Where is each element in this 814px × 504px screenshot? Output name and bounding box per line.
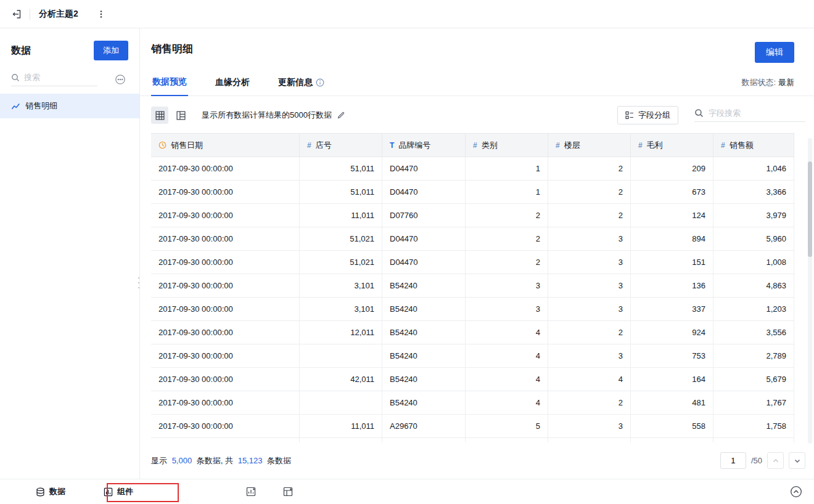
table-cell: 4 [466,391,548,414]
table-cell: 2 [548,181,631,203]
tab-lineage-analysis[interactable]: 血缘分析 [214,77,251,96]
table-cell: 2 [548,321,631,344]
table-cell: 1,758 [713,415,794,437]
search-icon [11,73,20,82]
total-count: 15,123 [238,456,263,465]
collapse-panel-icon[interactable] [788,484,804,500]
table-cell: 673 [631,181,713,203]
edit-pencil-icon[interactable] [337,111,345,120]
table-cell: 2017-09-30 00:00:00 [151,391,300,414]
table-cell: B54240 [382,344,466,367]
table-row: 2017-09-30 00:00:0011,011D07760221243,97… [151,204,794,227]
table-cell: 1,203 [713,298,794,320]
more-menu-icon[interactable] [93,6,109,22]
tab-label: 更新信息 [278,77,313,88]
page-down-button[interactable] [789,452,805,469]
row-limit-text: 显示所有数据计算结果的5000行数据 [202,110,332,121]
column-header-3[interactable]: #类别 [466,134,548,156]
table-cell: D07760 [382,204,466,227]
table-cell: 2017-09-30 00:00:00 [151,181,300,203]
table-cell: B54240 [382,368,466,391]
filter-options-icon[interactable] [112,71,128,87]
summary-middle: 条数据, 共 [197,456,233,465]
table-cell [151,438,300,442]
column-header-0[interactable]: 销售日期 [151,134,300,156]
add-table-icon[interactable] [280,484,296,500]
column-header-4[interactable]: #楼层 [548,134,631,156]
table-cell: 51,011 [300,181,382,203]
table-cell [300,391,382,414]
column-header-6[interactable]: #销售额 [713,134,794,156]
table-cell: 2 [466,204,548,227]
column-header-label: 品牌编号 [398,140,430,151]
table-cell: 3 [548,344,631,367]
table-cell: 5,679 [713,368,794,391]
field-group-icon [625,111,634,120]
table-cell: 924 [631,321,713,344]
edit-button[interactable]: 编辑 [755,42,794,63]
table-cell: 481 [631,391,713,414]
toolbar-right: 字段分组 [617,106,805,124]
page-up-button[interactable] [767,452,784,469]
table-cell: D04470 [382,157,466,180]
table-cell: 2 [466,251,548,274]
bottom-tab-data[interactable]: 数据 [36,486,65,497]
divider [30,9,30,20]
column-header-label: 销售日期 [171,140,203,151]
table-row: 2017-09-30 00:00:0011,011A29670535581,75… [151,415,794,438]
column-header-label: 毛利 [647,140,663,151]
sidebar-search-input[interactable] [24,73,86,82]
sidebar-item-sales-detail[interactable]: 销售明细 [0,94,139,118]
table-cell: 2017-09-30 00:00:00 [151,368,300,391]
scrollbar-thumb[interactable] [808,161,812,257]
field-search-box[interactable] [694,108,805,122]
table-cell: 51,011 [300,157,382,180]
column-header-5[interactable]: #毛利 [631,134,713,156]
tab-update-info[interactable]: 更新信息 [277,77,326,96]
column-header-1[interactable]: #店号 [300,134,382,156]
table-row-partial [151,438,794,442]
table-cell: 151 [631,251,713,274]
field-search-input[interactable] [709,108,789,118]
table-row: 2017-09-30 00:00:0051,021D04470238945,96… [151,227,794,251]
table-cell: 3 [548,251,631,274]
add-chart-icon[interactable] [243,484,259,500]
data-status-label: 数据状态: [741,77,776,88]
vertical-scrollbar[interactable] [808,138,812,444]
table-cell: 2 [548,391,631,414]
table-cell: B54240 [382,321,466,344]
dataset-header: 销售明细 编辑 [140,28,814,63]
table-cell: 4 [466,344,548,367]
table-cell: 3 [548,274,631,297]
table-cell: 51,021 [300,251,382,274]
table-cell: 1,046 [713,157,794,180]
column-header-label: 类别 [482,140,498,151]
table-cell: 5 [466,415,548,437]
field-group-button[interactable]: 字段分组 [617,106,678,124]
exit-icon[interactable] [9,6,25,22]
data-status-value: 最新 [778,77,794,88]
card-view-icon[interactable] [172,107,189,124]
table-row: 2017-09-30 00:00:00B54240437532,789 [151,344,794,368]
page-number-input[interactable] [720,452,746,469]
table-cell: 4 [466,368,548,391]
data-status: 数据状态: 最新 [741,77,794,96]
table-cell: 1 [466,181,548,203]
tab-data-preview[interactable]: 数据预览 [151,76,188,96]
bottom-tab-component[interactable]: 组件 [104,486,133,497]
sidebar-search-box[interactable] [11,73,97,86]
table-view-icon[interactable] [151,107,168,124]
sidebar-title: 数据 [11,44,31,57]
topbar: 分析主题2 [0,0,814,28]
table-cell: 4 [466,321,548,344]
table-cell: A29670 [382,415,466,437]
add-data-button[interactable]: 添加 [94,41,128,60]
sidebar-header: 数据 添加 [0,41,139,60]
table-cell: 2 [548,204,631,227]
bottom-toolbar: 数据 组件 [0,479,814,504]
table-cell: 3,101 [300,274,382,297]
number-field-icon: # [638,141,643,150]
table-cell: D04470 [382,181,466,203]
table-row: 2017-09-30 00:00:0042,011B54240441645,67… [151,368,794,391]
column-header-2[interactable]: T品牌编号 [382,134,466,156]
